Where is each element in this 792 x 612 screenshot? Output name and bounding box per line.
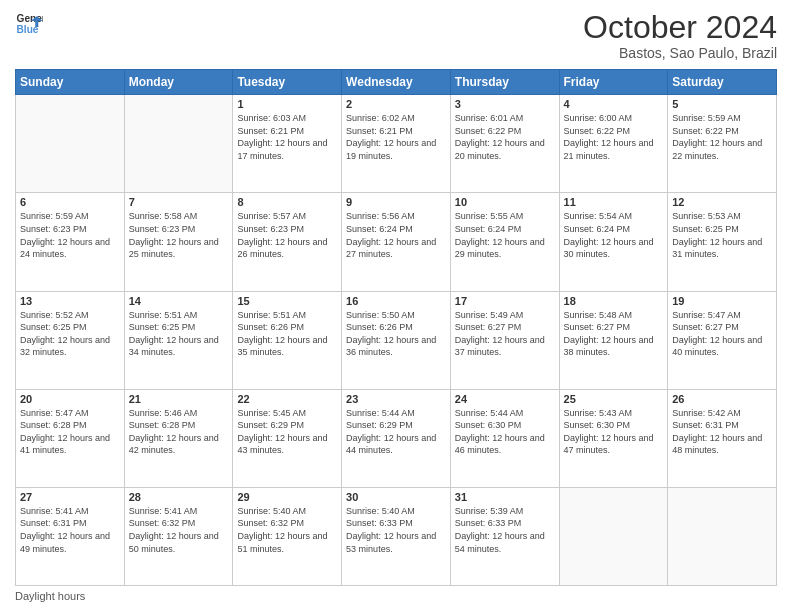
week-row-5: 27Sunrise: 5:41 AM Sunset: 6:31 PM Dayli… bbox=[16, 487, 777, 585]
day-number: 9 bbox=[346, 196, 446, 208]
day-info: Sunrise: 5:48 AM Sunset: 6:27 PM Dayligh… bbox=[564, 309, 664, 359]
calendar-cell: 8Sunrise: 5:57 AM Sunset: 6:23 PM Daylig… bbox=[233, 193, 342, 291]
calendar-cell: 10Sunrise: 5:55 AM Sunset: 6:24 PM Dayli… bbox=[450, 193, 559, 291]
day-number: 10 bbox=[455, 196, 555, 208]
day-info: Sunrise: 6:00 AM Sunset: 6:22 PM Dayligh… bbox=[564, 112, 664, 162]
day-number: 28 bbox=[129, 491, 229, 503]
day-info: Sunrise: 5:41 AM Sunset: 6:31 PM Dayligh… bbox=[20, 505, 120, 555]
week-row-2: 6Sunrise: 5:59 AM Sunset: 6:23 PM Daylig… bbox=[16, 193, 777, 291]
calendar-cell: 5Sunrise: 5:59 AM Sunset: 6:22 PM Daylig… bbox=[668, 95, 777, 193]
calendar-cell: 3Sunrise: 6:01 AM Sunset: 6:22 PM Daylig… bbox=[450, 95, 559, 193]
day-info: Sunrise: 5:46 AM Sunset: 6:28 PM Dayligh… bbox=[129, 407, 229, 457]
week-row-1: 1Sunrise: 6:03 AM Sunset: 6:21 PM Daylig… bbox=[16, 95, 777, 193]
calendar-cell: 20Sunrise: 5:47 AM Sunset: 6:28 PM Dayli… bbox=[16, 389, 125, 487]
day-info: Sunrise: 5:55 AM Sunset: 6:24 PM Dayligh… bbox=[455, 210, 555, 260]
day-number: 13 bbox=[20, 295, 120, 307]
day-info: Sunrise: 5:42 AM Sunset: 6:31 PM Dayligh… bbox=[672, 407, 772, 457]
day-number: 12 bbox=[672, 196, 772, 208]
day-info: Sunrise: 5:53 AM Sunset: 6:25 PM Dayligh… bbox=[672, 210, 772, 260]
day-number: 11 bbox=[564, 196, 664, 208]
day-number: 15 bbox=[237, 295, 337, 307]
footer-note: Daylight hours bbox=[15, 590, 777, 602]
day-number: 30 bbox=[346, 491, 446, 503]
day-number: 14 bbox=[129, 295, 229, 307]
day-info: Sunrise: 5:41 AM Sunset: 6:32 PM Dayligh… bbox=[129, 505, 229, 555]
day-number: 6 bbox=[20, 196, 120, 208]
day-number: 29 bbox=[237, 491, 337, 503]
day-number: 26 bbox=[672, 393, 772, 405]
logo-icon: General Blue bbox=[15, 10, 43, 38]
header-tuesday: Tuesday bbox=[233, 70, 342, 95]
day-number: 20 bbox=[20, 393, 120, 405]
header-wednesday: Wednesday bbox=[342, 70, 451, 95]
day-number: 8 bbox=[237, 196, 337, 208]
day-info: Sunrise: 5:59 AM Sunset: 6:23 PM Dayligh… bbox=[20, 210, 120, 260]
day-info: Sunrise: 5:45 AM Sunset: 6:29 PM Dayligh… bbox=[237, 407, 337, 457]
calendar-cell: 14Sunrise: 5:51 AM Sunset: 6:25 PM Dayli… bbox=[124, 291, 233, 389]
day-number: 4 bbox=[564, 98, 664, 110]
day-info: Sunrise: 5:49 AM Sunset: 6:27 PM Dayligh… bbox=[455, 309, 555, 359]
page: General Blue October 2024 Bastos, Sao Pa… bbox=[0, 0, 792, 612]
calendar-cell: 11Sunrise: 5:54 AM Sunset: 6:24 PM Dayli… bbox=[559, 193, 668, 291]
calendar-cell: 18Sunrise: 5:48 AM Sunset: 6:27 PM Dayli… bbox=[559, 291, 668, 389]
day-info: Sunrise: 5:39 AM Sunset: 6:33 PM Dayligh… bbox=[455, 505, 555, 555]
day-info: Sunrise: 5:47 AM Sunset: 6:28 PM Dayligh… bbox=[20, 407, 120, 457]
week-row-3: 13Sunrise: 5:52 AM Sunset: 6:25 PM Dayli… bbox=[16, 291, 777, 389]
day-info: Sunrise: 5:57 AM Sunset: 6:23 PM Dayligh… bbox=[237, 210, 337, 260]
calendar-cell: 4Sunrise: 6:00 AM Sunset: 6:22 PM Daylig… bbox=[559, 95, 668, 193]
day-info: Sunrise: 5:43 AM Sunset: 6:30 PM Dayligh… bbox=[564, 407, 664, 457]
calendar-cell bbox=[559, 487, 668, 585]
calendar-cell: 25Sunrise: 5:43 AM Sunset: 6:30 PM Dayli… bbox=[559, 389, 668, 487]
calendar-cell: 16Sunrise: 5:50 AM Sunset: 6:26 PM Dayli… bbox=[342, 291, 451, 389]
calendar-cell: 21Sunrise: 5:46 AM Sunset: 6:28 PM Dayli… bbox=[124, 389, 233, 487]
calendar-cell: 9Sunrise: 5:56 AM Sunset: 6:24 PM Daylig… bbox=[342, 193, 451, 291]
calendar-cell: 19Sunrise: 5:47 AM Sunset: 6:27 PM Dayli… bbox=[668, 291, 777, 389]
day-number: 25 bbox=[564, 393, 664, 405]
day-number: 17 bbox=[455, 295, 555, 307]
header-monday: Monday bbox=[124, 70, 233, 95]
day-number: 21 bbox=[129, 393, 229, 405]
calendar-cell: 29Sunrise: 5:40 AM Sunset: 6:32 PM Dayli… bbox=[233, 487, 342, 585]
day-number: 16 bbox=[346, 295, 446, 307]
day-info: Sunrise: 5:47 AM Sunset: 6:27 PM Dayligh… bbox=[672, 309, 772, 359]
calendar-cell: 17Sunrise: 5:49 AM Sunset: 6:27 PM Dayli… bbox=[450, 291, 559, 389]
calendar-cell: 31Sunrise: 5:39 AM Sunset: 6:33 PM Dayli… bbox=[450, 487, 559, 585]
calendar-cell bbox=[668, 487, 777, 585]
day-info: Sunrise: 5:50 AM Sunset: 6:26 PM Dayligh… bbox=[346, 309, 446, 359]
day-info: Sunrise: 5:54 AM Sunset: 6:24 PM Dayligh… bbox=[564, 210, 664, 260]
day-number: 7 bbox=[129, 196, 229, 208]
day-number: 22 bbox=[237, 393, 337, 405]
day-info: Sunrise: 5:51 AM Sunset: 6:25 PM Dayligh… bbox=[129, 309, 229, 359]
header: General Blue October 2024 Bastos, Sao Pa… bbox=[15, 10, 777, 61]
calendar-cell: 2Sunrise: 6:02 AM Sunset: 6:21 PM Daylig… bbox=[342, 95, 451, 193]
calendar-table: Sunday Monday Tuesday Wednesday Thursday… bbox=[15, 69, 777, 586]
location: Bastos, Sao Paulo, Brazil bbox=[583, 45, 777, 61]
day-info: Sunrise: 5:59 AM Sunset: 6:22 PM Dayligh… bbox=[672, 112, 772, 162]
header-friday: Friday bbox=[559, 70, 668, 95]
day-info: Sunrise: 5:52 AM Sunset: 6:25 PM Dayligh… bbox=[20, 309, 120, 359]
day-info: Sunrise: 5:40 AM Sunset: 6:33 PM Dayligh… bbox=[346, 505, 446, 555]
calendar-cell: 30Sunrise: 5:40 AM Sunset: 6:33 PM Dayli… bbox=[342, 487, 451, 585]
month-title: October 2024 bbox=[583, 10, 777, 45]
day-number: 19 bbox=[672, 295, 772, 307]
day-number: 2 bbox=[346, 98, 446, 110]
calendar-cell: 6Sunrise: 5:59 AM Sunset: 6:23 PM Daylig… bbox=[16, 193, 125, 291]
day-number: 5 bbox=[672, 98, 772, 110]
calendar-cell bbox=[124, 95, 233, 193]
calendar-header-row: Sunday Monday Tuesday Wednesday Thursday… bbox=[16, 70, 777, 95]
calendar-cell: 1Sunrise: 6:03 AM Sunset: 6:21 PM Daylig… bbox=[233, 95, 342, 193]
calendar-cell: 13Sunrise: 5:52 AM Sunset: 6:25 PM Dayli… bbox=[16, 291, 125, 389]
day-info: Sunrise: 5:44 AM Sunset: 6:29 PM Dayligh… bbox=[346, 407, 446, 457]
calendar-cell: 15Sunrise: 5:51 AM Sunset: 6:26 PM Dayli… bbox=[233, 291, 342, 389]
day-info: Sunrise: 5:51 AM Sunset: 6:26 PM Dayligh… bbox=[237, 309, 337, 359]
week-row-4: 20Sunrise: 5:47 AM Sunset: 6:28 PM Dayli… bbox=[16, 389, 777, 487]
day-number: 3 bbox=[455, 98, 555, 110]
day-number: 18 bbox=[564, 295, 664, 307]
day-info: Sunrise: 5:56 AM Sunset: 6:24 PM Dayligh… bbox=[346, 210, 446, 260]
calendar-cell: 28Sunrise: 5:41 AM Sunset: 6:32 PM Dayli… bbox=[124, 487, 233, 585]
day-info: Sunrise: 6:02 AM Sunset: 6:21 PM Dayligh… bbox=[346, 112, 446, 162]
calendar-cell: 24Sunrise: 5:44 AM Sunset: 6:30 PM Dayli… bbox=[450, 389, 559, 487]
day-number: 27 bbox=[20, 491, 120, 503]
calendar-cell: 22Sunrise: 5:45 AM Sunset: 6:29 PM Dayli… bbox=[233, 389, 342, 487]
calendar-cell: 7Sunrise: 5:58 AM Sunset: 6:23 PM Daylig… bbox=[124, 193, 233, 291]
